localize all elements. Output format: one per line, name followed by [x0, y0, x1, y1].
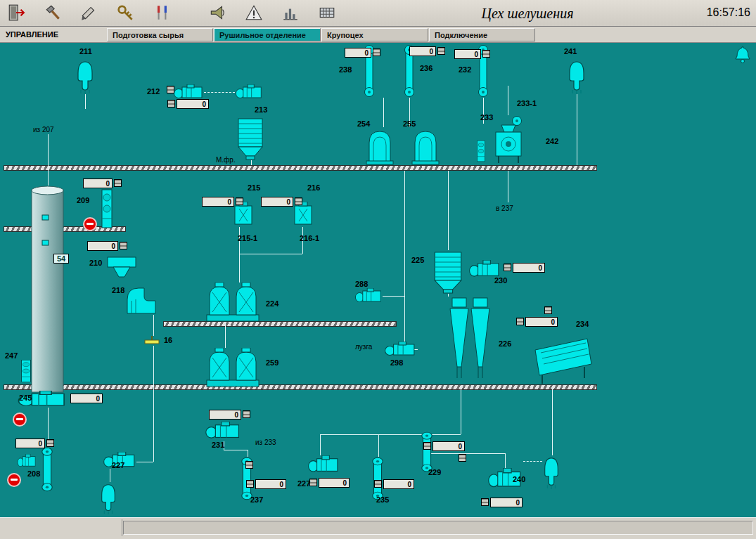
equipment-212-aux[interactable]	[235, 84, 263, 100]
value-indicator: 0	[15, 439, 45, 448]
diagram-label: 240	[513, 475, 525, 483]
status-inset	[123, 521, 753, 535]
value-indicator: 0	[70, 394, 103, 403]
equipment-227b[interactable]	[307, 455, 340, 474]
diagram-label: М.фр.	[216, 156, 236, 164]
mini-grid-icon	[437, 47, 445, 55]
pipe-line	[85, 94, 86, 109]
equipment-208-aux[interactable]	[17, 454, 37, 468]
value-text: 0	[38, 440, 42, 448]
status-cell	[0, 519, 122, 536]
mini-grid-icon	[516, 318, 524, 325]
equipment-215[interactable]	[232, 202, 255, 227]
equipment-213[interactable]	[236, 117, 264, 160]
equipment-218[interactable]	[124, 283, 158, 315]
value-indicator: 0	[209, 410, 241, 420]
value-text: 0	[515, 499, 520, 507]
equipment-16[interactable]	[144, 336, 160, 346]
equipment-235[interactable]	[371, 457, 385, 500]
pipe-line	[508, 86, 508, 115]
equipment-233[interactable]	[492, 124, 525, 164]
pipe-line	[523, 461, 542, 462]
diagram-label: 254	[357, 119, 370, 128]
diagram-label: 215-1	[238, 234, 257, 242]
equipment-227-hopper[interactable]	[99, 482, 117, 514]
equipment-alarm-bell[interactable]	[734, 45, 751, 63]
pipe-line	[378, 434, 379, 457]
equipment-288[interactable]	[354, 288, 383, 304]
mini-grid-icon	[295, 197, 302, 205]
equipment-234[interactable]	[532, 335, 593, 387]
equipment-298[interactable]	[384, 342, 416, 357]
mini-grid-icon	[459, 454, 466, 462]
value-indicator: 0	[83, 178, 113, 188]
pipe-line	[448, 171, 449, 250]
mini-grid-icon	[114, 179, 122, 187]
stop-indicator	[13, 413, 27, 427]
value-indicator: 0	[202, 197, 234, 207]
pipe-line	[383, 98, 384, 127]
pipe-line	[225, 323, 226, 348]
value-indicator: 0	[454, 49, 481, 59]
diagram-label: 227	[297, 479, 310, 488]
diagram-label: 233	[480, 113, 493, 122]
equipment-254[interactable]	[365, 127, 395, 165]
value-text: 0	[458, 443, 462, 450]
value-indicator: 0	[319, 478, 350, 488]
value-text: 0	[538, 264, 542, 272]
value-text: 0	[407, 481, 411, 488]
value-text: 0	[279, 481, 283, 488]
equipment-226[interactable]	[448, 297, 492, 381]
conveyor-line	[4, 165, 597, 171]
equipment-233-aux[interactable]	[474, 139, 488, 163]
value-text: 0	[111, 242, 115, 250]
mini-grid-icon	[245, 461, 253, 469]
pipe-line	[505, 453, 506, 468]
value-indicator: 0	[433, 441, 465, 451]
pipe-line	[110, 469, 110, 482]
diagram-label: 208	[27, 469, 40, 478]
pipe-line	[153, 315, 154, 336]
equipment-silo-207[interactable]	[31, 186, 65, 395]
equipment-241[interactable]	[567, 59, 587, 94]
equipment-240-hopper[interactable]	[542, 455, 560, 489]
value-text: 0	[364, 49, 369, 57]
pipe-line	[204, 92, 235, 93]
equipment-231[interactable]	[205, 422, 241, 440]
mini-grid-icon	[309, 479, 317, 486]
equipment-216[interactable]	[292, 202, 314, 227]
stop-indicator	[7, 473, 21, 487]
diagram-layer: 0000000000000000005421121221323823623225…	[0, 0, 756, 539]
equipment-233-1[interactable]	[511, 115, 523, 126]
diagram-label: 216-1	[300, 234, 319, 242]
diagram-label: 225	[411, 256, 424, 264]
diagram-label: 241	[564, 47, 577, 56]
pipe-line	[552, 389, 553, 455]
equipment-210[interactable]	[106, 256, 137, 280]
value-text: 0	[105, 180, 110, 188]
pipe-line	[320, 434, 321, 455]
equipment-212-feeder[interactable]	[173, 84, 204, 100]
equipment-211[interactable]	[75, 59, 95, 94]
mini-grid-icon	[167, 100, 175, 108]
diagram-label: 230	[494, 276, 507, 285]
equipment-255[interactable]	[411, 127, 440, 165]
diagram-label: 236	[420, 64, 433, 72]
value-text: 0	[202, 100, 206, 108]
mini-grid-icon	[373, 48, 380, 56]
pipe-line	[224, 450, 248, 450]
value-text: 0	[474, 51, 478, 58]
diagram-label: 215	[248, 183, 260, 192]
equipment-208[interactable]	[40, 447, 54, 492]
diagram-label: лузга	[355, 343, 372, 351]
equipment-224[interactable]	[205, 283, 260, 323]
equipment-229[interactable]	[420, 431, 434, 472]
equipment-209[interactable]	[98, 187, 116, 230]
pipe-line	[428, 453, 505, 454]
conveyor-line	[4, 384, 597, 390]
equipment-247[interactable]	[18, 358, 34, 384]
equipment-259[interactable]	[205, 348, 260, 389]
equipment-225[interactable]	[433, 250, 463, 294]
diagram-label: из 233	[255, 439, 276, 446]
diagram-label: 245	[19, 394, 32, 402]
